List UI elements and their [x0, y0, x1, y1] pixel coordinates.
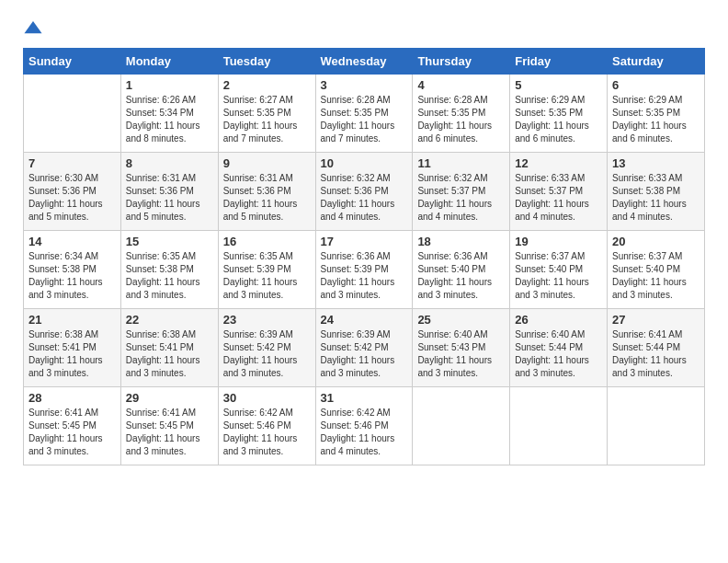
day-info: Sunrise: 6:38 AM Sunset: 5:41 PM Dayligh… — [126, 328, 213, 380]
calendar-cell: 12Sunrise: 6:33 AM Sunset: 5:37 PM Dayli… — [510, 153, 608, 231]
calendar-cell: 14Sunrise: 6:34 AM Sunset: 5:38 PM Dayli… — [24, 231, 121, 309]
calendar-table: SundayMondayTuesdayWednesdayThursdayFrid… — [23, 48, 705, 465]
calendar-cell: 8Sunrise: 6:31 AM Sunset: 5:36 PM Daylig… — [120, 153, 218, 231]
calendar-cell: 11Sunrise: 6:32 AM Sunset: 5:37 PM Dayli… — [413, 153, 510, 231]
calendar-cell: 17Sunrise: 6:36 AM Sunset: 5:39 PM Dayli… — [315, 231, 413, 309]
day-number: 26 — [515, 313, 602, 327]
day-number: 8 — [126, 156, 213, 170]
calendar-cell: 10Sunrise: 6:32 AM Sunset: 5:36 PM Dayli… — [315, 153, 413, 231]
weekday-header-sunday: Sunday — [24, 49, 121, 75]
day-number: 25 — [417, 313, 505, 327]
day-number: 1 — [126, 78, 213, 92]
calendar-cell: 23Sunrise: 6:39 AM Sunset: 5:42 PM Dayli… — [218, 309, 315, 387]
day-info: Sunrise: 6:41 AM Sunset: 5:45 PM Dayligh… — [126, 407, 213, 458]
day-number: 9 — [223, 156, 311, 170]
day-info: Sunrise: 6:41 AM Sunset: 5:45 PM Dayligh… — [28, 407, 116, 458]
day-info: Sunrise: 6:28 AM Sunset: 5:35 PM Dayligh… — [321, 94, 408, 145]
calendar-cell: 26Sunrise: 6:40 AM Sunset: 5:44 PM Dayli… — [510, 309, 608, 387]
calendar-cell — [413, 387, 510, 465]
weekday-header-monday: Monday — [120, 49, 218, 75]
weekday-header-thursday: Thursday — [413, 49, 510, 75]
calendar-cell — [608, 387, 705, 465]
calendar-cell: 13Sunrise: 6:33 AM Sunset: 5:38 PM Dayli… — [608, 153, 705, 231]
day-info: Sunrise: 6:35 AM Sunset: 5:39 PM Dayligh… — [223, 250, 311, 302]
calendar-cell — [24, 75, 121, 153]
day-info: Sunrise: 6:42 AM Sunset: 5:46 PM Dayligh… — [321, 407, 408, 458]
day-info: Sunrise: 6:40 AM Sunset: 5:44 PM Dayligh… — [515, 328, 602, 380]
day-number: 10 — [321, 156, 408, 170]
day-info: Sunrise: 6:26 AM Sunset: 5:34 PM Dayligh… — [126, 94, 213, 145]
calendar-cell: 18Sunrise: 6:36 AM Sunset: 5:40 PM Dayli… — [413, 231, 510, 309]
day-info: Sunrise: 6:36 AM Sunset: 5:39 PM Dayligh… — [321, 250, 408, 302]
day-info: Sunrise: 6:30 AM Sunset: 5:36 PM Dayligh… — [28, 172, 116, 224]
day-number: 19 — [515, 235, 602, 248]
day-info: Sunrise: 6:28 AM Sunset: 5:35 PM Dayligh… — [417, 94, 505, 145]
day-info: Sunrise: 6:29 AM Sunset: 5:35 PM Dayligh… — [515, 94, 602, 145]
day-number: 17 — [321, 235, 408, 248]
day-info: Sunrise: 6:38 AM Sunset: 5:41 PM Dayligh… — [28, 328, 116, 380]
day-info: Sunrise: 6:39 AM Sunset: 5:42 PM Dayligh… — [321, 328, 408, 380]
weekday-header-saturday: Saturday — [608, 49, 705, 75]
day-number: 4 — [417, 78, 505, 92]
day-info: Sunrise: 6:34 AM Sunset: 5:38 PM Dayligh… — [28, 250, 116, 302]
calendar-cell: 20Sunrise: 6:37 AM Sunset: 5:40 PM Dayli… — [608, 231, 705, 309]
day-number: 2 — [223, 78, 311, 92]
day-info: Sunrise: 6:40 AM Sunset: 5:43 PM Dayligh… — [417, 328, 505, 380]
calendar-cell: 27Sunrise: 6:41 AM Sunset: 5:44 PM Dayli… — [608, 309, 705, 387]
calendar-cell: 7Sunrise: 6:30 AM Sunset: 5:36 PM Daylig… — [24, 153, 121, 231]
weekday-header-wednesday: Wednesday — [315, 49, 413, 75]
day-number: 12 — [515, 156, 602, 170]
day-info: Sunrise: 6:33 AM Sunset: 5:38 PM Dayligh… — [612, 172, 700, 224]
svg-marker-0 — [24, 21, 41, 33]
day-number: 24 — [321, 313, 408, 327]
day-info: Sunrise: 6:41 AM Sunset: 5:44 PM Dayligh… — [612, 328, 700, 380]
day-number: 14 — [28, 235, 116, 248]
day-number: 20 — [612, 235, 700, 248]
calendar-cell: 31Sunrise: 6:42 AM Sunset: 5:46 PM Dayli… — [315, 387, 413, 465]
day-info: Sunrise: 6:31 AM Sunset: 5:36 PM Dayligh… — [223, 172, 311, 224]
day-number: 29 — [126, 391, 213, 405]
logo — [23, 18, 47, 39]
calendar-cell: 29Sunrise: 6:41 AM Sunset: 5:45 PM Dayli… — [120, 387, 218, 465]
calendar-cell: 2Sunrise: 6:27 AM Sunset: 5:35 PM Daylig… — [218, 75, 315, 153]
day-number: 28 — [28, 391, 116, 405]
day-number: 11 — [417, 156, 505, 170]
calendar-cell: 24Sunrise: 6:39 AM Sunset: 5:42 PM Dayli… — [315, 309, 413, 387]
day-number: 27 — [612, 313, 700, 327]
day-number: 13 — [612, 156, 700, 170]
day-info: Sunrise: 6:33 AM Sunset: 5:37 PM Dayligh… — [515, 172, 602, 224]
day-info: Sunrise: 6:37 AM Sunset: 5:40 PM Dayligh… — [612, 250, 700, 302]
calendar-cell: 5Sunrise: 6:29 AM Sunset: 5:35 PM Daylig… — [510, 75, 608, 153]
calendar-cell: 30Sunrise: 6:42 AM Sunset: 5:46 PM Dayli… — [218, 387, 315, 465]
day-number: 23 — [223, 313, 311, 327]
day-info: Sunrise: 6:36 AM Sunset: 5:40 PM Dayligh… — [417, 250, 505, 302]
weekday-header-tuesday: Tuesday — [218, 49, 315, 75]
day-number: 31 — [321, 391, 408, 405]
calendar-cell: 19Sunrise: 6:37 AM Sunset: 5:40 PM Dayli… — [510, 231, 608, 309]
day-info: Sunrise: 6:39 AM Sunset: 5:42 PM Dayligh… — [223, 328, 311, 380]
day-number: 5 — [515, 78, 602, 92]
day-number: 30 — [223, 391, 311, 405]
day-number: 7 — [28, 156, 116, 170]
day-number: 16 — [223, 235, 311, 248]
page-header — [23, 18, 705, 39]
day-number: 15 — [126, 235, 213, 248]
calendar-cell: 28Sunrise: 6:41 AM Sunset: 5:45 PM Dayli… — [24, 387, 121, 465]
day-info: Sunrise: 6:32 AM Sunset: 5:37 PM Dayligh… — [417, 172, 505, 224]
calendar-cell: 9Sunrise: 6:31 AM Sunset: 5:36 PM Daylig… — [218, 153, 315, 231]
calendar-cell: 4Sunrise: 6:28 AM Sunset: 5:35 PM Daylig… — [413, 75, 510, 153]
calendar-cell: 22Sunrise: 6:38 AM Sunset: 5:41 PM Dayli… — [120, 309, 218, 387]
calendar-cell: 21Sunrise: 6:38 AM Sunset: 5:41 PM Dayli… — [24, 309, 121, 387]
logo-icon — [23, 18, 43, 39]
day-number: 6 — [612, 78, 700, 92]
calendar-cell: 25Sunrise: 6:40 AM Sunset: 5:43 PM Dayli… — [413, 309, 510, 387]
day-number: 21 — [28, 313, 116, 327]
day-info: Sunrise: 6:31 AM Sunset: 5:36 PM Dayligh… — [126, 172, 213, 224]
day-info: Sunrise: 6:32 AM Sunset: 5:36 PM Dayligh… — [321, 172, 408, 224]
calendar-cell: 15Sunrise: 6:35 AM Sunset: 5:38 PM Dayli… — [120, 231, 218, 309]
day-info: Sunrise: 6:29 AM Sunset: 5:35 PM Dayligh… — [612, 94, 700, 145]
day-number: 3 — [321, 78, 408, 92]
day-info: Sunrise: 6:37 AM Sunset: 5:40 PM Dayligh… — [515, 250, 602, 302]
day-info: Sunrise: 6:35 AM Sunset: 5:38 PM Dayligh… — [126, 250, 213, 302]
day-number: 18 — [417, 235, 505, 248]
